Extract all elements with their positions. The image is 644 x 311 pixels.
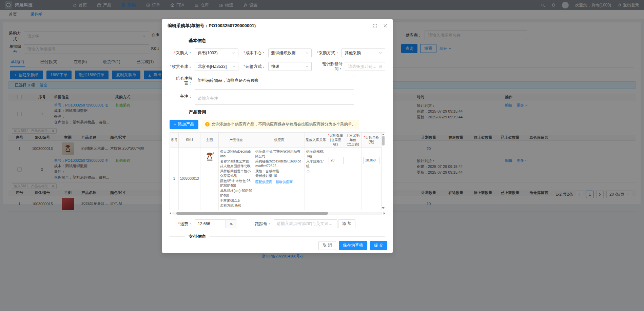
sync-relation-icon[interactable] [306, 170, 310, 174]
multi-supplier-tip: ! 允许添加多个供应商产品，不同供应商保存草稿后会按照供应商拆分为多个采购单。 [202, 120, 359, 129]
cost-center-select[interactable]: 测试组织数据 [268, 48, 312, 57]
freight-unit: 元 [226, 219, 236, 228]
freight-input[interactable]: 12.666 [195, 219, 226, 228]
modal-body: 基本信息 *采购人： 典韦(1003) *成本中心： 测试组织数据 *采购方式： [162, 32, 393, 238]
add-tracking-button[interactable]: 添 加 [338, 219, 355, 228]
chevron-down-icon [306, 65, 309, 67]
tracking-input[interactable]: 请输入后点击'添加'(可英文逗号分隔一次添... [274, 219, 337, 228]
purchase-method-field: *采购方式： 其他采购 [316, 48, 385, 57]
match-supplier-link[interactable]: 匹配供应商 [255, 180, 272, 184]
submit-button[interactable]: 提 交 [370, 241, 387, 250]
receive-warehouse-select[interactable]: 北京仓[HZ3533] [195, 62, 238, 71]
chevron-down-icon [379, 52, 382, 54]
product-image [202, 151, 217, 162]
horizontal-scrollbar[interactable] [170, 211, 385, 215]
section-payment-info: 支付信息 [170, 234, 385, 238]
freight-tracking-row: *运费： 12.666 元 跟踪号： 请输入后点击'添加'(可英文逗号分隔一次添… [170, 219, 385, 228]
modal-footer: 取 消 保存为草稿 提 交 [162, 238, 393, 253]
modal-title: 编辑采购单(单据号：PO1003250729000001) [168, 23, 367, 29]
chevron-down-icon [232, 52, 235, 54]
warehouse-note-field: 给仓库留言： 塑料易碎物品，请检查是否有裂痕 [170, 76, 385, 90]
scroll-down-icon [382, 207, 385, 209]
fullscreen-icon[interactable] [373, 24, 377, 28]
cost-center-field: *成本中心： 测试组织数据 [243, 48, 312, 57]
section-product-fee: 产品费用 [170, 109, 385, 115]
calendar-icon [379, 65, 382, 69]
modal-product-row: 1 1003000013 类目:装饰品Decorations 名称:ins抽象艺… [170, 148, 381, 210]
qty-input[interactable]: 20 [329, 157, 344, 164]
save-draft-button[interactable]: 保存为草稿 [339, 241, 367, 250]
close-icon[interactable] [383, 24, 387, 28]
chevron-down-icon [232, 65, 235, 67]
section-basic-info: 基本信息 [170, 38, 385, 44]
modal-product-table-header: 序号 SKU 主图 产品信息 供应商 采购入库关系 *采购数量(仓库应收) 上次… [170, 133, 381, 148]
eta-field: 预计到货时间： 请选择预计到货时间 [316, 62, 385, 72]
supplier-info: 供应商:中山市美间家居用品有限公司 采购链接:https://detail.16… [255, 149, 303, 179]
scroll-left-icon [170, 212, 171, 215]
buyer-select[interactable]: 典韦(1003) [195, 48, 238, 57]
scrollbar-thumb [382, 136, 385, 145]
scroll-right-icon [384, 212, 385, 215]
transport-select[interactable]: 快递 [268, 62, 312, 71]
modal-header: 编辑采购单(单据号：PO1003250729000001) [162, 19, 393, 32]
eta-date-input[interactable]: 请选择预计到货时间 [345, 62, 385, 71]
edit-po-modal: 编辑采购单(单据号：PO1003250729000001) 基本信息 *采购人：… [162, 19, 393, 253]
remark-field: 备注： 请输入备注 [170, 94, 385, 105]
remark-textarea[interactable]: 请输入备注 [195, 94, 354, 105]
scroll-up-icon [382, 134, 385, 135]
relation-info: 供应商规格: 1/组 入库规格:1/组 [306, 149, 326, 169]
vertical-scrollbar[interactable] [381, 133, 385, 210]
buyer-field: *采购人： 典韦(1003) [170, 48, 238, 57]
warehouse-note-textarea[interactable]: 塑料易碎物品，请检查是否有裂痕 [195, 76, 354, 90]
add-product-button[interactable]: +添加产品 [170, 120, 198, 129]
cancel-button[interactable]: 取 消 [318, 241, 336, 250]
unit-price-input[interactable]: 28.060 [363, 157, 379, 164]
transport-field: *运输方式： 快递 [243, 62, 312, 72]
warning-icon: ! [205, 122, 210, 127]
purchase-method-select[interactable]: 其他采购 [341, 48, 385, 57]
chevron-down-icon [306, 52, 309, 54]
receive-warehouse-field: *收货仓库： 北京仓[HZ3533] [170, 62, 238, 72]
product-info-cell: 类目:装饰品Decorations 名称:ins抽象艺术蘑菇人物桌面摆件北欧风样… [219, 148, 254, 210]
add-supplier-link[interactable]: 新增供应商 [276, 180, 293, 184]
modal-product-table: 序号 SKU 主图 产品信息 供应商 采购入库关系 *采购数量(仓库应收) 上次… [170, 132, 385, 210]
scrollbar-thumb [176, 212, 328, 215]
